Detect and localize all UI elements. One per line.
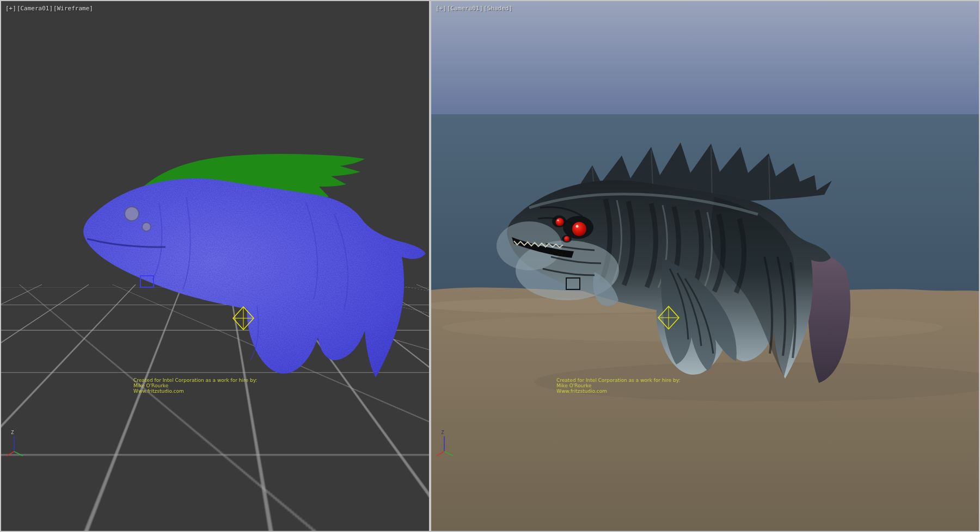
viewport-menu-button[interactable]: [+] [436,5,446,12]
axis-z-label: Z [11,430,14,435]
viewport-camera-button[interactable]: [Camera01] [17,5,53,12]
sky [431,1,979,114]
shaded-scene [431,1,979,531]
viewport-shaded[interactable]: [+][Camera01][Shaded] Created for Intel … [431,1,979,531]
viewport-wireframe[interactable]: [+][Camera01][Wireframe] Created for Int… [1,1,429,531]
viewport-label: [+][Camera01][Shaded] [436,5,513,12]
credit-line-2: Mike O'Rourke [133,383,257,388]
fish-model-wireframe[interactable] [83,154,426,378]
axis-tripod-icon [5,431,29,459]
credit-line-2: Mike O'Rourke [556,383,680,388]
viewport-label: [+][Camera01][Wireframe] [5,5,94,12]
credit-line-3: Www.fritzstudio.com [556,388,680,394]
red-eye-tiny [564,236,569,242]
viewport-camera-button[interactable]: [Camera01] [447,5,483,12]
viewport-shading-button[interactable]: [Wireframe] [53,5,93,12]
fish-eye-small [142,222,151,231]
credit-line-3: Www.fritzstudio.com [133,388,257,394]
wireframe-scene [1,1,429,531]
viewport-shading-button[interactable]: [Shaded] [483,5,512,12]
axis-z-label: Z [441,430,444,435]
red-eye-small [556,218,564,226]
red-eye-large [572,222,586,236]
scene-credit-text: Created for Intel Corporation as a work … [556,378,680,394]
eye-glint-small [558,220,559,221]
scene-credit-text: Created for Intel Corporation as a work … [133,378,257,394]
viewport-menu-button[interactable]: [+] [5,5,16,12]
axis-tripod-icon [436,431,460,459]
world-axis-tripod: Z [5,431,29,459]
fish-eye-large [125,207,139,221]
credit-line-1: Created for Intel Corporation as a work … [133,378,257,383]
eye-glint-large [576,225,579,228]
credit-line-1: Created for Intel Corporation as a work … [556,378,680,383]
world-axis-tripod: Z [436,431,460,459]
